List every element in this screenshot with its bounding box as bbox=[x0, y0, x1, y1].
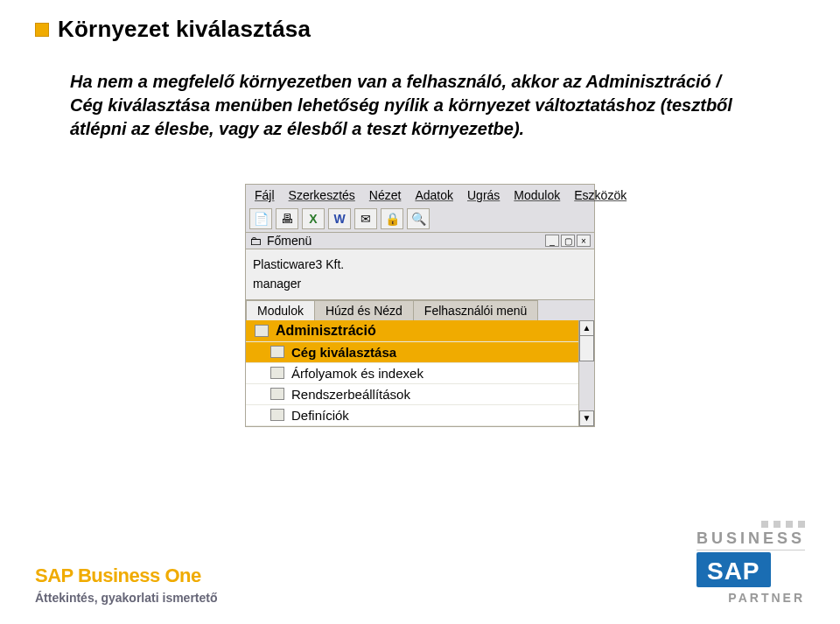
item-icon bbox=[270, 367, 284, 379]
slide-header: Környezet kiválasztása bbox=[35, 16, 311, 43]
list-item-label: Definíciók bbox=[291, 408, 349, 423]
footer-subtitle: Áttekintés, gyakorlati ismertető bbox=[35, 591, 218, 605]
list-item-label: Rendszerbeállítások bbox=[291, 387, 410, 402]
menu-nezet[interactable]: Nézet bbox=[362, 186, 409, 204]
tool-lock-icon[interactable]: 🔒 bbox=[381, 208, 403, 229]
user-role: manager bbox=[253, 274, 587, 293]
folder-icon bbox=[270, 409, 284, 421]
brand-business: BUSINESS bbox=[696, 529, 805, 550]
panel-titlebar: 🗀 Főmenü _ ▢ × bbox=[245, 233, 595, 249]
company-name: Plasticware3 Kft. bbox=[253, 255, 587, 274]
tab-huzd-es-nezd[interactable]: Húzd és Nézd bbox=[314, 300, 414, 320]
module-list-wrap: Adminisztráció Cég kiválasztása Árfolyam… bbox=[245, 320, 595, 427]
item-icon bbox=[270, 346, 284, 358]
tool-excel-icon[interactable]: X bbox=[302, 208, 325, 229]
minimize-button[interactable]: _ bbox=[545, 235, 559, 247]
panel-title-label: Főmenü bbox=[267, 234, 312, 248]
list-item-label: Árfolyamok és indexek bbox=[291, 366, 424, 381]
tab-felhasznaloi-menu[interactable]: Felhasználói menü bbox=[413, 300, 539, 320]
menu-szerkesztes[interactable]: Szerkesztés bbox=[282, 186, 362, 204]
tool-word-icon[interactable]: W bbox=[328, 208, 351, 229]
tool-new-icon[interactable]: 📄 bbox=[249, 208, 272, 229]
list-item-ceg-kivalasztasa[interactable]: Cég kiválasztása bbox=[246, 342, 578, 363]
list-item-rendszerbeallitasok[interactable]: Rendszerbeállítások bbox=[246, 384, 578, 405]
scroll-thumb[interactable] bbox=[579, 335, 594, 361]
scroll-up-icon[interactable]: ▲ bbox=[579, 320, 594, 336]
folder-icon bbox=[270, 388, 284, 400]
menu-eszkozok[interactable]: Eszközök bbox=[567, 186, 634, 204]
list-header-adminisztracio[interactable]: Adminisztráció bbox=[246, 320, 578, 342]
list-item-definiciok[interactable]: Definíciók bbox=[246, 405, 578, 426]
module-list: Adminisztráció Cég kiválasztása Árfolyam… bbox=[246, 320, 578, 426]
tab-modulok[interactable]: Modulok bbox=[246, 300, 315, 320]
menu-adatok[interactable]: Adatok bbox=[408, 186, 460, 204]
tool-mail-icon[interactable]: ✉ bbox=[354, 208, 377, 229]
partner-logo-block: BUSINESS SAP PARTNER bbox=[696, 521, 805, 605]
footer-left: SAP Business One Áttekintés, gyakorlati … bbox=[35, 564, 218, 605]
logo-decor-icon bbox=[696, 521, 805, 528]
menu-modulok[interactable]: Modulok bbox=[507, 186, 567, 204]
maximize-button[interactable]: ▢ bbox=[561, 235, 575, 247]
menu-fajl[interactable]: Fájl bbox=[248, 186, 282, 204]
menubar: Fájl Szerkesztés Nézet Adatok Ugrás Modu… bbox=[245, 184, 595, 206]
product-name: SAP Business One bbox=[35, 564, 218, 587]
list-item-label: Cég kiválasztása bbox=[291, 345, 396, 360]
app-screenshot: Fájl Szerkesztés Nézet Adatok Ugrás Modu… bbox=[245, 184, 595, 427]
list-item-arfolyamok[interactable]: Árfolyamok és indexek bbox=[246, 363, 578, 384]
body-paragraph: Ha nem a megfelelő környezetben van a fe… bbox=[70, 70, 752, 141]
module-icon bbox=[255, 325, 269, 337]
toolbar: 📄 🖶 X W ✉ 🔒 🔍 bbox=[245, 206, 595, 233]
close-button[interactable]: × bbox=[577, 235, 591, 247]
header-bullet-icon bbox=[35, 23, 49, 37]
company-info: Plasticware3 Kft. manager bbox=[245, 249, 595, 300]
menu-ugras[interactable]: Ugrás bbox=[460, 186, 507, 204]
tool-search-icon[interactable]: 🔍 bbox=[407, 208, 430, 229]
tab-bar: Modulok Húzd és Nézd Felhasználói menü bbox=[245, 300, 595, 320]
sap-logo-text: SAP bbox=[707, 559, 760, 584]
panel-icon: 🗀 bbox=[249, 234, 262, 248]
scroll-down-icon[interactable]: ▼ bbox=[579, 410, 594, 426]
footer-right: BUSINESS SAP PARTNER bbox=[696, 521, 805, 605]
slide-footer: SAP Business One Áttekintés, gyakorlati … bbox=[35, 521, 805, 605]
sap-logo-icon: SAP bbox=[696, 552, 771, 587]
scrollbar[interactable]: ▲ ▼ bbox=[578, 320, 594, 426]
list-header-label: Adminisztráció bbox=[276, 323, 376, 339]
slide-title: Környezet kiválasztása bbox=[58, 16, 311, 43]
tool-print-icon[interactable]: 🖶 bbox=[276, 208, 298, 229]
brand-partner: PARTNER bbox=[696, 587, 805, 605]
